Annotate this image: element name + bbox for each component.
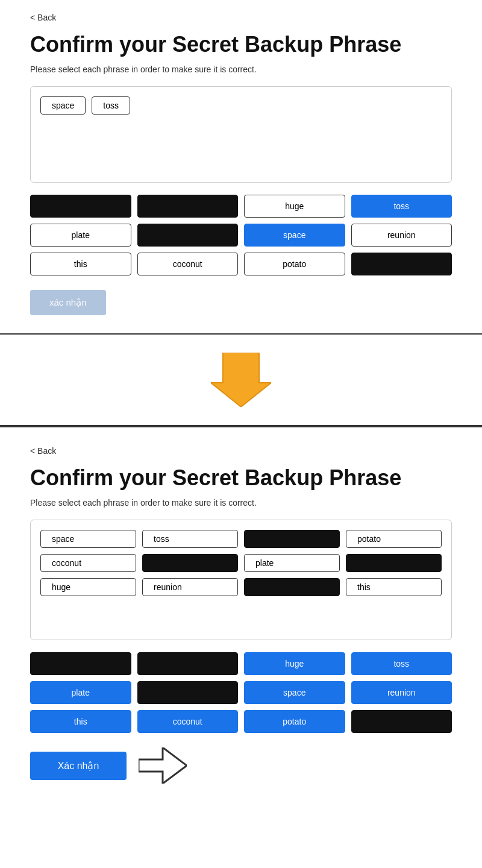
bottom-phrase-chip[interactable]: reunion (142, 578, 238, 596)
svg-marker-1 (139, 747, 187, 784)
bottom-word-grid: hugetossplatespacereunionthiscoconutpota… (30, 652, 452, 733)
bottom-word-button[interactable]: toss (351, 652, 452, 675)
top-word-button[interactable]: reunion (351, 224, 452, 247)
svg-marker-0 (211, 353, 271, 407)
bottom-word-button[interactable] (30, 652, 131, 675)
top-word-button[interactable]: space (244, 224, 345, 247)
top-word-button[interactable] (137, 195, 239, 218)
top-word-button[interactable]: potato (244, 253, 345, 275)
bottom-word-button[interactable]: reunion (351, 681, 452, 704)
bottom-word-button[interactable] (137, 652, 239, 675)
bottom-confirm-button[interactable]: Xác nhận (30, 752, 127, 780)
top-word-button[interactable]: huge (244, 195, 345, 218)
top-word-button[interactable]: plate (30, 224, 131, 247)
bottom-phrase-chip[interactable]: potato (346, 530, 442, 548)
top-phrase-chip[interactable]: toss (92, 96, 130, 115)
top-word-grid: hugetossplatespacereunionthiscoconutpota… (30, 195, 452, 275)
arrow-section (0, 333, 482, 426)
top-word-button[interactable]: toss (351, 195, 452, 218)
top-page-title: Confirm your Secret Backup Phrase (30, 32, 452, 57)
bottom-phrase-chip[interactable]: space (40, 530, 136, 548)
down-arrow-icon (211, 353, 271, 407)
top-subtitle: Please select each phrase in order to ma… (30, 64, 452, 74)
bottom-phrase-chip[interactable]: this (346, 578, 442, 596)
bottom-word-button[interactable]: this (30, 710, 131, 733)
bottom-word-button[interactable] (351, 710, 452, 733)
top-back-button[interactable]: < Back (30, 13, 56, 22)
bottom-back-button[interactable]: < Back (30, 446, 56, 456)
bottom-word-button[interactable]: huge (244, 652, 345, 675)
bottom-word-button[interactable] (137, 681, 239, 704)
top-phrase-box: spacetoss (30, 86, 452, 183)
bottom-phrase-chip[interactable] (346, 554, 442, 572)
top-word-button[interactable] (137, 224, 239, 247)
bottom-word-button[interactable]: potato (244, 710, 345, 733)
bottom-subtitle: Please select each phrase in order to ma… (30, 498, 452, 508)
bottom-word-button[interactable]: space (244, 681, 345, 704)
bottom-phrase-chip[interactable]: coconut (40, 554, 136, 572)
bottom-confirm-row: Xác nhận (30, 747, 452, 784)
top-word-button[interactable] (30, 195, 131, 218)
bottom-page-title: Confirm your Secret Backup Phrase (30, 465, 452, 491)
bottom-word-button[interactable]: coconut (137, 710, 239, 733)
top-confirm-button[interactable]: xác nhận (30, 290, 106, 315)
bottom-phrase-chip[interactable]: plate (244, 554, 340, 572)
bottom-phrase-chip[interactable]: toss (142, 530, 238, 548)
top-phrase-chip[interactable]: space (40, 96, 86, 115)
top-word-button[interactable]: coconut (137, 253, 239, 275)
top-word-button[interactable] (351, 253, 452, 275)
top-word-button[interactable]: this (30, 253, 131, 275)
bottom-phrase-chip[interactable] (244, 530, 340, 548)
pointer-arrow-icon (139, 747, 187, 784)
bottom-section: < Back Confirm your Secret Backup Phrase… (0, 426, 482, 808)
top-section: < Back Confirm your Secret Backup Phrase… (0, 0, 482, 333)
bottom-phrase-box: spacetosspotatococonutplatehugereunionth… (30, 520, 452, 640)
bottom-phrase-chip[interactable] (142, 554, 238, 572)
bottom-phrase-chip[interactable]: huge (40, 578, 136, 596)
bottom-phrase-chip[interactable] (244, 578, 340, 596)
bottom-word-button[interactable]: plate (30, 681, 131, 704)
